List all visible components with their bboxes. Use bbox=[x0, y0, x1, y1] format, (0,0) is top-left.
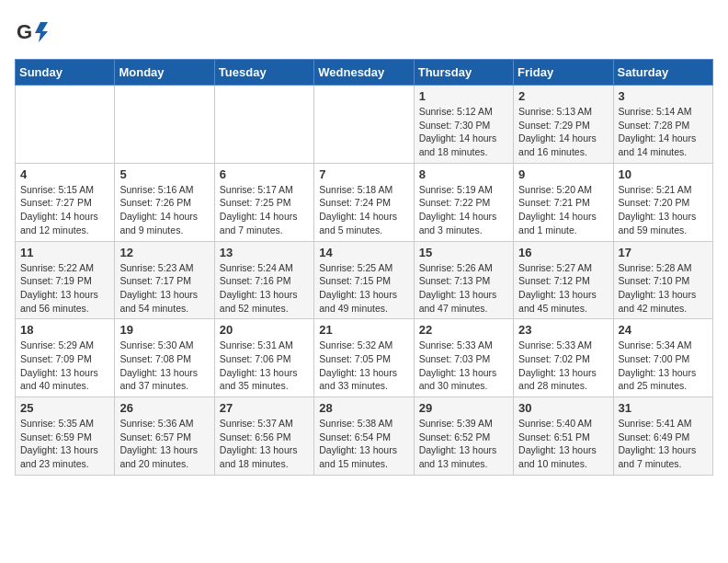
day-detail: Sunrise: 5:41 AM Sunset: 6:49 PM Dayligh… bbox=[619, 417, 708, 471]
day-detail: Sunrise: 5:12 AM Sunset: 7:30 PM Dayligh… bbox=[419, 105, 508, 159]
day-detail: Sunrise: 5:16 AM Sunset: 7:26 PM Dayligh… bbox=[119, 183, 209, 237]
day-number: 24 bbox=[619, 323, 708, 337]
calendar-table: SundayMondayTuesdayWednesdayThursdayFrid… bbox=[15, 59, 713, 476]
calendar-cell: 24Sunrise: 5:34 AM Sunset: 7:00 PM Dayli… bbox=[613, 319, 712, 397]
calendar-cell: 21Sunrise: 5:32 AM Sunset: 7:05 PM Dayli… bbox=[314, 319, 414, 397]
day-number: 17 bbox=[619, 246, 708, 259]
day-detail: Sunrise: 5:39 AM Sunset: 6:52 PM Dayligh… bbox=[419, 417, 508, 471]
calendar-cell: 12Sunrise: 5:23 AM Sunset: 7:17 PM Dayli… bbox=[115, 241, 214, 319]
day-number: 19 bbox=[119, 323, 209, 337]
day-number: 18 bbox=[20, 323, 109, 337]
svg-marker-1 bbox=[35, 22, 48, 42]
day-detail: Sunrise: 5:33 AM Sunset: 7:03 PM Dayligh… bbox=[419, 339, 508, 393]
day-detail: Sunrise: 5:15 AM Sunset: 7:27 PM Dayligh… bbox=[20, 183, 109, 237]
calendar-cell: 29Sunrise: 5:39 AM Sunset: 6:52 PM Dayli… bbox=[414, 397, 513, 476]
day-number: 21 bbox=[319, 323, 408, 337]
calendar-cell: 17Sunrise: 5:28 AM Sunset: 7:10 PM Dayli… bbox=[613, 241, 712, 319]
day-detail: Sunrise: 5:33 AM Sunset: 7:02 PM Dayligh… bbox=[518, 339, 608, 393]
day-detail: Sunrise: 5:22 AM Sunset: 7:19 PM Dayligh… bbox=[20, 261, 109, 316]
day-number: 29 bbox=[419, 401, 508, 415]
day-number: 8 bbox=[419, 167, 508, 181]
day-number: 13 bbox=[220, 246, 309, 259]
day-number: 1 bbox=[419, 89, 508, 103]
day-number: 2 bbox=[518, 89, 608, 103]
calendar-cell bbox=[16, 86, 115, 164]
day-number: 15 bbox=[419, 246, 508, 259]
day-detail: Sunrise: 5:37 AM Sunset: 6:56 PM Dayligh… bbox=[220, 417, 309, 471]
calendar-cell: 14Sunrise: 5:25 AM Sunset: 7:15 PM Dayli… bbox=[314, 241, 414, 319]
calendar-cell: 30Sunrise: 5:40 AM Sunset: 6:51 PM Dayli… bbox=[514, 397, 613, 476]
day-detail: Sunrise: 5:28 AM Sunset: 7:10 PM Dayligh… bbox=[619, 261, 708, 316]
day-number: 31 bbox=[619, 401, 708, 415]
calendar-cell: 23Sunrise: 5:33 AM Sunset: 7:02 PM Dayli… bbox=[514, 319, 613, 397]
calendar-cell: 20Sunrise: 5:31 AM Sunset: 7:06 PM Dayli… bbox=[214, 319, 313, 397]
weekday-header-friday: Friday bbox=[514, 60, 613, 86]
day-detail: Sunrise: 5:21 AM Sunset: 7:20 PM Dayligh… bbox=[619, 183, 708, 237]
calendar-cell: 11Sunrise: 5:22 AM Sunset: 7:19 PM Dayli… bbox=[16, 241, 115, 319]
day-detail: Sunrise: 5:29 AM Sunset: 7:09 PM Dayligh… bbox=[20, 339, 109, 393]
day-number: 7 bbox=[319, 167, 408, 181]
calendar-cell: 28Sunrise: 5:38 AM Sunset: 6:54 PM Dayli… bbox=[314, 397, 414, 476]
calendar-cell: 13Sunrise: 5:24 AM Sunset: 7:16 PM Dayli… bbox=[214, 241, 313, 319]
weekday-header-wednesday: Wednesday bbox=[314, 60, 414, 86]
calendar-cell: 2Sunrise: 5:13 AM Sunset: 7:29 PM Daylig… bbox=[514, 86, 613, 164]
calendar-cell: 15Sunrise: 5:26 AM Sunset: 7:13 PM Dayli… bbox=[414, 241, 513, 319]
calendar-cell: 1Sunrise: 5:12 AM Sunset: 7:30 PM Daylig… bbox=[414, 86, 513, 164]
day-detail: Sunrise: 5:38 AM Sunset: 6:54 PM Dayligh… bbox=[319, 417, 408, 471]
day-number: 11 bbox=[20, 246, 109, 259]
day-number: 3 bbox=[619, 89, 708, 103]
day-detail: Sunrise: 5:26 AM Sunset: 7:13 PM Dayligh… bbox=[419, 261, 508, 316]
day-number: 5 bbox=[119, 167, 209, 181]
day-detail: Sunrise: 5:31 AM Sunset: 7:06 PM Dayligh… bbox=[220, 339, 309, 393]
day-detail: Sunrise: 5:17 AM Sunset: 7:25 PM Dayligh… bbox=[220, 183, 309, 237]
day-detail: Sunrise: 5:25 AM Sunset: 7:15 PM Dayligh… bbox=[319, 261, 408, 316]
calendar-cell bbox=[214, 86, 313, 164]
calendar-cell: 5Sunrise: 5:16 AM Sunset: 7:26 PM Daylig… bbox=[115, 163, 214, 241]
calendar-cell: 25Sunrise: 5:35 AM Sunset: 6:59 PM Dayli… bbox=[16, 397, 115, 476]
day-detail: Sunrise: 5:14 AM Sunset: 7:28 PM Dayligh… bbox=[619, 105, 708, 159]
day-detail: Sunrise: 5:34 AM Sunset: 7:00 PM Dayligh… bbox=[619, 339, 708, 393]
weekday-header-monday: Monday bbox=[115, 60, 214, 86]
day-detail: Sunrise: 5:18 AM Sunset: 7:24 PM Dayligh… bbox=[319, 183, 408, 237]
calendar-cell: 10Sunrise: 5:21 AM Sunset: 7:20 PM Dayli… bbox=[613, 163, 712, 241]
day-number: 9 bbox=[518, 167, 608, 181]
day-number: 30 bbox=[518, 401, 608, 415]
day-number: 14 bbox=[319, 246, 408, 259]
svg-text:G: G bbox=[17, 20, 32, 43]
day-number: 4 bbox=[20, 167, 109, 181]
calendar-cell bbox=[115, 86, 214, 164]
day-number: 20 bbox=[220, 323, 309, 337]
calendar-cell: 3Sunrise: 5:14 AM Sunset: 7:28 PM Daylig… bbox=[613, 86, 712, 164]
calendar-cell: 22Sunrise: 5:33 AM Sunset: 7:03 PM Dayli… bbox=[414, 319, 513, 397]
day-number: 22 bbox=[419, 323, 508, 337]
weekday-header-tuesday: Tuesday bbox=[214, 60, 313, 86]
day-number: 12 bbox=[119, 246, 209, 259]
weekday-header-thursday: Thursday bbox=[414, 60, 513, 86]
day-number: 27 bbox=[220, 401, 309, 415]
calendar-cell: 27Sunrise: 5:37 AM Sunset: 6:56 PM Dayli… bbox=[214, 397, 313, 476]
logo: G bbox=[15, 15, 51, 48]
calendar-cell: 19Sunrise: 5:30 AM Sunset: 7:08 PM Dayli… bbox=[115, 319, 214, 397]
day-number: 6 bbox=[220, 167, 309, 181]
page-header: G bbox=[15, 15, 713, 48]
day-detail: Sunrise: 5:32 AM Sunset: 7:05 PM Dayligh… bbox=[319, 339, 408, 393]
day-number: 25 bbox=[20, 401, 109, 415]
calendar-cell: 26Sunrise: 5:36 AM Sunset: 6:57 PM Dayli… bbox=[115, 397, 214, 476]
calendar-cell: 16Sunrise: 5:27 AM Sunset: 7:12 PM Dayli… bbox=[514, 241, 613, 319]
day-detail: Sunrise: 5:36 AM Sunset: 6:57 PM Dayligh… bbox=[119, 417, 209, 471]
day-detail: Sunrise: 5:27 AM Sunset: 7:12 PM Dayligh… bbox=[518, 261, 608, 316]
day-number: 28 bbox=[319, 401, 408, 415]
calendar-cell: 4Sunrise: 5:15 AM Sunset: 7:27 PM Daylig… bbox=[16, 163, 115, 241]
day-number: 10 bbox=[619, 167, 708, 181]
day-detail: Sunrise: 5:20 AM Sunset: 7:21 PM Dayligh… bbox=[518, 183, 608, 237]
logo-icon: G bbox=[15, 15, 48, 48]
calendar-cell: 7Sunrise: 5:18 AM Sunset: 7:24 PM Daylig… bbox=[314, 163, 414, 241]
day-detail: Sunrise: 5:30 AM Sunset: 7:08 PM Dayligh… bbox=[119, 339, 209, 393]
day-detail: Sunrise: 5:40 AM Sunset: 6:51 PM Dayligh… bbox=[518, 417, 608, 471]
day-number: 16 bbox=[518, 246, 608, 259]
calendar-cell: 8Sunrise: 5:19 AM Sunset: 7:22 PM Daylig… bbox=[414, 163, 513, 241]
day-number: 23 bbox=[518, 323, 608, 337]
calendar-cell: 18Sunrise: 5:29 AM Sunset: 7:09 PM Dayli… bbox=[16, 319, 115, 397]
weekday-header-sunday: Sunday bbox=[16, 60, 115, 86]
calendar-cell: 9Sunrise: 5:20 AM Sunset: 7:21 PM Daylig… bbox=[514, 163, 613, 241]
